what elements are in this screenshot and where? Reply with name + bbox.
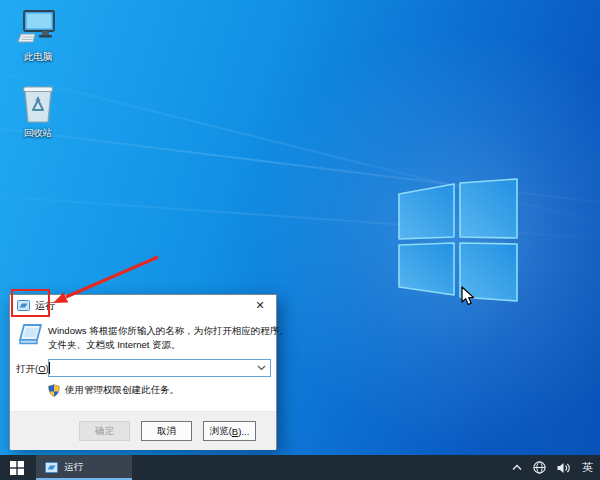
desktop-icon-label: 回收站 <box>24 127 53 138</box>
taskbar: 运行 英 <box>0 455 600 480</box>
volume-icon[interactable] <box>557 462 571 474</box>
cancel-button[interactable]: 取消 <box>141 421 192 441</box>
desktop-icon-recycle-bin[interactable]: 回收站 <box>10 82 66 138</box>
start-button[interactable] <box>0 455 34 480</box>
taskbar-item-run[interactable]: 运行 <box>36 455 132 480</box>
system-tray: 英 <box>512 455 600 480</box>
ok-button[interactable]: 确定 <box>79 421 130 441</box>
recycle-bin-icon <box>21 82 55 124</box>
network-globe-icon[interactable] <box>533 461 546 474</box>
run-dialog: 运行 ✕ Windows 将根据你所输入的名称，为你打开相应的程序、 文件夹、文… <box>9 294 277 449</box>
windows-start-icon <box>10 461 24 475</box>
open-label: 打开(O): <box>16 363 51 376</box>
windows-logo-wallpaper <box>395 176 521 304</box>
browse-button[interactable]: 浏览(B)... <box>203 421 256 441</box>
this-pc-icon <box>18 8 58 48</box>
show-hidden-icons-chevron-icon[interactable] <box>512 464 522 471</box>
run-program-icon <box>18 324 43 345</box>
desktop-icon-label: 此电脑 <box>24 51 53 62</box>
desktop-icon-this-pc[interactable]: 此电脑 <box>10 8 66 62</box>
run-dialog-footer: 确定 取消 浏览(B)... <box>10 411 276 450</box>
combobox-dropdown-button[interactable] <box>252 360 270 376</box>
annotation-highlight-rect <box>11 289 50 317</box>
taskbar-item-label: 运行 <box>64 461 83 474</box>
mouse-cursor <box>461 286 475 306</box>
close-icon[interactable]: ✕ <box>244 295 276 316</box>
uac-note-text: 使用管理权限创建此任务。 <box>65 384 179 397</box>
chevron-down-icon <box>257 365 266 371</box>
open-input[interactable] <box>50 361 252 375</box>
uac-shield-icon <box>48 384 60 397</box>
uac-note-row: 使用管理权限创建此任务。 <box>48 384 179 397</box>
desktop-icons: 此电脑 回收站 <box>10 8 66 158</box>
run-dialog-description: Windows 将根据你所输入的名称，为你打开相应的程序、 文件夹、文档或 In… <box>48 324 289 351</box>
ime-language-indicator[interactable]: 英 <box>582 460 593 475</box>
run-dialog-body: Windows 将根据你所输入的名称，为你打开相应的程序、 文件夹、文档或 In… <box>10 316 276 411</box>
open-combobox <box>48 359 271 377</box>
run-window-icon <box>45 462 58 473</box>
